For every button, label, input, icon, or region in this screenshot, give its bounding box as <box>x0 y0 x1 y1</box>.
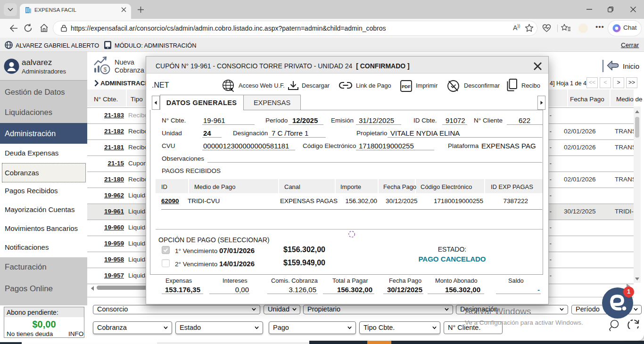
svg-text:PDF: PDF <box>402 84 411 89</box>
svg-text:$: $ <box>103 66 107 73</box>
